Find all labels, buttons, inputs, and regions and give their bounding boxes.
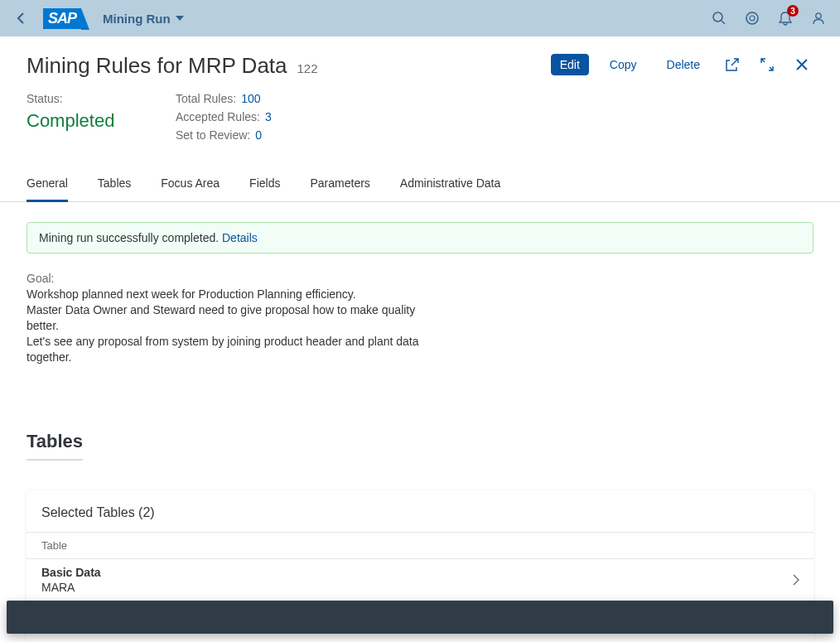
review-rules-label: Set to Review: [176,128,250,142]
caret-down-icon [176,16,184,21]
header-top: Mining Rules for MRP Data 122 Edit Copy … [27,53,813,79]
tab-fields[interactable]: Fields [249,167,280,202]
chevron-left-icon [15,12,28,25]
tab-general[interactable]: General [27,167,68,202]
user-button[interactable] [804,3,833,33]
copilot-button[interactable] [737,3,767,33]
status-label: Status: [27,92,126,105]
page-subtitle: 122 [297,61,318,75]
back-button[interactable] [7,3,36,33]
total-rules-row: Total Rules: 100 [176,92,275,105]
chevron-right-icon [792,574,800,586]
table-row-code: MARA [41,581,780,594]
sap-logo: SAP [43,8,81,29]
svg-point-2 [746,12,758,24]
tab-admin-data[interactable]: Administrative Data [400,167,500,202]
fullscreen-icon [760,57,775,72]
content: Mining run successfully completed. Detai… [0,202,840,642]
shell-left: SAP Mining Run [7,3,184,33]
status-value: Completed [27,110,126,132]
page-title: Mining Rules for MRP Data [27,53,287,79]
tab-parameters[interactable]: Parameters [310,167,369,202]
notification-badge: 3 [787,5,799,17]
review-rules-value: 0 [255,128,262,142]
message-strip-success: Mining run successfully completed. Detai… [27,222,813,253]
tab-focus-area[interactable]: Focus Area [161,167,220,202]
svg-point-0 [713,12,722,22]
copilot-icon [745,11,760,26]
goal-text: Workshop planned next week for Productio… [27,287,424,364]
rules-facet: Total Rules: 100 Accepted Rules: 3 Set t… [176,92,275,147]
accepted-rules-row: Accepted Rules: 3 [176,110,275,123]
close-button[interactable] [790,53,813,76]
goal-section: Goal: Workshop planned next week for Pro… [27,272,424,364]
fullscreen-button[interactable] [756,53,779,76]
message-details-link[interactable]: Details [222,231,258,244]
share-icon [725,57,740,72]
panel-title: Selected Tables (2) [27,490,813,532]
share-button[interactable] [721,53,744,76]
review-rules-row: Set to Review: 0 [176,128,275,142]
accepted-rules-label: Accepted Rules: [176,110,260,123]
status-facet: Status: Completed [27,92,126,147]
svg-line-1 [722,21,725,24]
tab-tables[interactable]: Tables [98,167,131,202]
tables-section-title: Tables [27,431,83,461]
accepted-rules-value: 3 [265,110,272,123]
close-icon [795,58,809,71]
notifications-button[interactable]: 3 [770,3,800,33]
user-icon [811,11,826,26]
shell-header: SAP Mining Run 3 [0,0,840,36]
svg-point-3 [750,16,755,21]
copy-button[interactable]: Copy [601,54,646,75]
header-actions: Edit Copy Delete [551,53,813,76]
search-icon [712,11,727,26]
footer-toolbar [7,601,833,634]
object-header: Mining Rules for MRP Data 122 Edit Copy … [0,36,840,147]
table-row-name: Basic Data [41,566,780,579]
edit-button[interactable]: Edit [551,54,589,75]
app-title-text: Mining Run [103,12,171,26]
search-button[interactable] [704,3,734,33]
table-row[interactable]: Basic Data MARA [27,559,813,601]
total-rules-label: Total Rules: [176,92,236,105]
table-column-header: Table [27,532,813,559]
delete-button[interactable]: Delete [658,54,709,75]
svg-point-4 [816,13,821,18]
shell-right: 3 [704,3,833,33]
title-wrap: Mining Rules for MRP Data 122 [27,53,318,79]
message-text: Mining run successfully completed. [39,231,222,244]
header-facets: Status: Completed Total Rules: 100 Accep… [27,92,813,147]
total-rules-value: 100 [241,92,260,105]
tabs: General Tables Focus Area Fields Paramet… [0,167,840,202]
goal-label: Goal: [27,272,424,285]
page: Mining Rules for MRP Data 122 Edit Copy … [0,36,840,642]
app-title-dropdown[interactable]: Mining Run [103,12,184,26]
page-scroll[interactable]: Mining Rules for MRP Data 122 Edit Copy … [0,36,840,642]
